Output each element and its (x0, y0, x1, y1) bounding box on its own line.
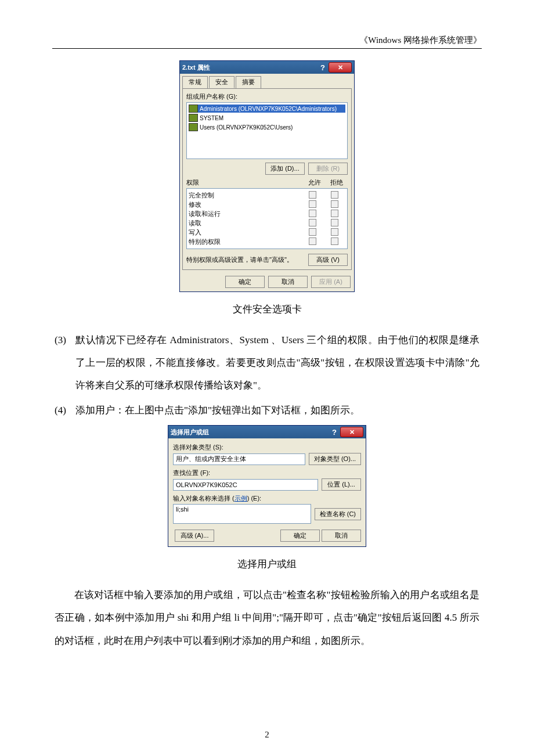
advanced-hint: 特别权限或高级设置，请单击"高级"。 (186, 255, 306, 264)
advanced-button[interactable]: 高级 (V) (308, 254, 348, 266)
apply-button[interactable]: 应用 (A) (311, 276, 351, 288)
dialog-title: 2.txt 属性 (182, 63, 320, 72)
page-number: 2 (0, 730, 534, 740)
location-field: OLRVNXP7K9K052C (173, 479, 318, 491)
list-item: SYSTEM (189, 114, 345, 122)
checkbox-allow[interactable] (309, 237, 316, 245)
paragraph: 默认情况下已经存在 Administrators、System 、Users 三… (75, 329, 479, 397)
group-label: 组或用户名称 (G): (186, 92, 348, 101)
checkbox-deny[interactable] (331, 200, 338, 208)
perm-list: 完全控制 修改 读取和运行 读取 写入 特别的权限 (186, 188, 348, 249)
advanced-button[interactable]: 高级 (A)... (175, 530, 214, 542)
checkbox-deny[interactable] (331, 228, 338, 236)
list-number: (4) (55, 399, 75, 422)
remove-button[interactable]: 删除 (R) (308, 163, 348, 175)
security-panel: 组或用户名称 (G): Administrators (OLRVNXP7K9K0… (182, 88, 352, 270)
properties-dialog: 2.txt 属性 ? ✕ 常规 安全 摘要 组或用户名称 (G): Admini… (179, 60, 355, 292)
group-icon (189, 105, 198, 113)
add-button[interactable]: 添加 (D)... (265, 163, 305, 175)
help-icon[interactable]: ? (320, 63, 325, 72)
list-number: (3) (55, 329, 75, 397)
paragraph: 添加用户：在上图中点击"添加"按钮弹出如下对话框，如图所示。 (75, 399, 479, 422)
ok-button[interactable]: 确定 (280, 530, 320, 542)
tab-strip: 常规 安全 摘要 (180, 74, 354, 88)
figure-caption: 文件安全选项卡 (52, 303, 482, 316)
select-users-dialog: 选择用户或组 ? ✕ 选择对象类型 (S): 用户、组或内置安全主体 对象类型 … (168, 425, 366, 547)
object-type-field: 用户、组或内置安全主体 (173, 453, 305, 465)
figure-caption: 选择用户或组 (52, 557, 482, 571)
dialog-title: 选择用户或组 (171, 428, 332, 437)
checkbox-allow[interactable] (309, 228, 316, 236)
cancel-button[interactable]: 取消 (268, 276, 308, 288)
check-names-button[interactable]: 检查名称 (C) (315, 508, 361, 520)
checkbox-allow[interactable] (309, 200, 316, 208)
checkbox-deny[interactable] (331, 219, 338, 226)
close-icon[interactable]: ✕ (329, 62, 352, 73)
object-names-input[interactable]: li;shi (173, 504, 311, 524)
ok-button[interactable]: 确定 (225, 276, 265, 288)
name-label: 输入对象名称来选择 (示例) (E): (173, 494, 361, 503)
checkbox-allow[interactable] (309, 219, 316, 226)
list-item: Administrators (OLRVNXP7K9K052C\Administ… (189, 105, 345, 113)
tab-summary[interactable]: 摘要 (236, 76, 261, 88)
user-listbox[interactable]: Administrators (OLRVNXP7K9K052C\Administ… (186, 102, 348, 159)
paragraph: 在该对话框中输入要添加的用户或组，可以点击"检查名称"按钮检验所输入的用户名或组… (55, 584, 479, 651)
titlebar: 2.txt 属性 ? ✕ (180, 61, 354, 74)
close-icon[interactable]: ✕ (340, 427, 363, 437)
titlebar: 选择用户或组 ? ✕ (168, 426, 366, 438)
header-rule (52, 48, 482, 49)
tab-general[interactable]: 常规 (182, 76, 208, 88)
checkbox-allow[interactable] (309, 210, 316, 217)
list-item: Users (OLRVNXP7K9K052C\Users) (189, 123, 345, 131)
locations-button[interactable]: 位置 (L)... (322, 478, 361, 491)
location-label: 查找位置 (F): (173, 469, 361, 477)
checkbox-deny[interactable] (331, 210, 338, 217)
checkbox-allow[interactable] (309, 191, 316, 199)
help-icon[interactable]: ? (332, 428, 337, 437)
object-types-button[interactable]: 对象类型 (O)... (309, 453, 361, 465)
tab-security[interactable]: 安全 (209, 76, 234, 88)
checkbox-deny[interactable] (331, 191, 338, 199)
page-header: 《Windows 网络操作系统管理》 (52, 35, 482, 46)
checkbox-deny[interactable] (331, 237, 338, 245)
perm-header: 权限 允许 拒绝 (186, 178, 348, 187)
group-icon (189, 114, 198, 122)
cancel-button[interactable]: 取消 (322, 530, 361, 542)
examples-link[interactable]: 示例 (234, 495, 247, 502)
group-icon (189, 123, 198, 131)
object-type-label: 选择对象类型 (S): (173, 443, 361, 452)
